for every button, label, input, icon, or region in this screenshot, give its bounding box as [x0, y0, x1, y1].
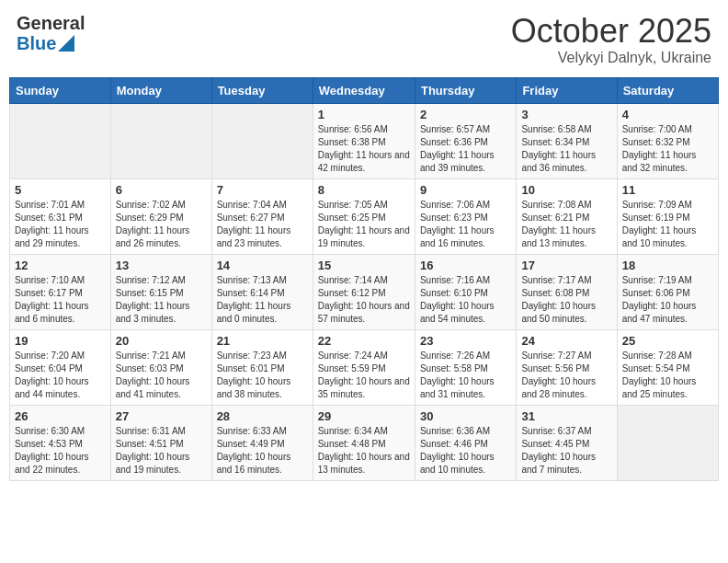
calendar-cell — [110, 103, 211, 178]
day-number: 15 — [318, 259, 410, 272]
location-title: Velykyi Dalnyk, Ukraine — [511, 50, 711, 66]
calendar-cell: 6Sunrise: 7:02 AM Sunset: 6:29 PM Daylig… — [110, 178, 211, 254]
logo-triangle-icon — [58, 35, 74, 52]
calendar-cell: 7Sunrise: 7:04 AM Sunset: 6:27 PM Daylig… — [211, 178, 313, 254]
day-number: 1 — [318, 108, 410, 121]
calendar-cell: 19Sunrise: 7:20 AM Sunset: 6:04 PM Dayli… — [10, 329, 111, 405]
calendar-cell: 2Sunrise: 6:57 AM Sunset: 6:36 PM Daylig… — [415, 103, 516, 178]
calendar-cell — [211, 103, 313, 178]
calendar-cell: 31Sunrise: 6:37 AM Sunset: 4:45 PM Dayli… — [517, 405, 617, 480]
calendar-cell: 17Sunrise: 7:17 AM Sunset: 6:08 PM Dayli… — [517, 254, 617, 329]
calendar-cell — [10, 103, 111, 178]
calendar-cell: 28Sunrise: 6:33 AM Sunset: 4:49 PM Dayli… — [211, 405, 313, 480]
svg-marker-0 — [58, 35, 74, 52]
calendar-cell: 24Sunrise: 7:27 AM Sunset: 5:56 PM Dayli… — [517, 329, 617, 405]
calendar-cell: 25Sunrise: 7:28 AM Sunset: 5:54 PM Dayli… — [617, 329, 718, 405]
day-number: 2 — [420, 108, 511, 121]
calendar-cell: 18Sunrise: 7:19 AM Sunset: 6:06 PM Dayli… — [617, 254, 718, 329]
day-info: Sunrise: 7:24 AM Sunset: 5:59 PM Dayligh… — [318, 350, 410, 401]
day-number: 23 — [420, 334, 511, 348]
day-info: Sunrise: 6:30 AM Sunset: 4:53 PM Dayligh… — [15, 425, 106, 477]
calendar-cell — [617, 405, 718, 480]
day-number: 4 — [622, 108, 713, 121]
day-number: 22 — [318, 334, 410, 348]
day-number: 9 — [420, 183, 511, 197]
day-number: 12 — [15, 259, 106, 272]
day-number: 6 — [116, 183, 207, 197]
day-info: Sunrise: 6:31 AM Sunset: 4:51 PM Dayligh… — [116, 425, 207, 477]
day-number: 28 — [217, 409, 308, 423]
day-info: Sunrise: 6:36 AM Sunset: 4:46 PM Dayligh… — [420, 425, 511, 477]
day-info: Sunrise: 6:57 AM Sunset: 6:36 PM Dayligh… — [420, 123, 511, 175]
calendar-week-row: 19Sunrise: 7:20 AM Sunset: 6:04 PM Dayli… — [10, 329, 719, 405]
calendar-cell: 29Sunrise: 6:34 AM Sunset: 4:48 PM Dayli… — [313, 405, 415, 480]
weekday-header-saturday: Saturday — [617, 77, 718, 103]
day-number: 27 — [116, 409, 207, 423]
calendar-cell: 16Sunrise: 7:16 AM Sunset: 6:10 PM Dayli… — [415, 254, 516, 329]
day-number: 8 — [318, 183, 410, 197]
calendar-cell: 30Sunrise: 6:36 AM Sunset: 4:46 PM Dayli… — [415, 405, 516, 480]
day-info: Sunrise: 6:34 AM Sunset: 4:48 PM Dayligh… — [318, 425, 410, 477]
calendar-cell: 20Sunrise: 7:21 AM Sunset: 6:03 PM Dayli… — [110, 329, 211, 405]
calendar-cell: 23Sunrise: 7:26 AM Sunset: 5:58 PM Dayli… — [415, 329, 516, 405]
calendar-cell: 1Sunrise: 6:56 AM Sunset: 6:38 PM Daylig… — [313, 103, 415, 178]
day-number: 11 — [622, 183, 713, 197]
day-info: Sunrise: 7:17 AM Sunset: 6:08 PM Dayligh… — [521, 274, 611, 326]
day-info: Sunrise: 6:58 AM Sunset: 6:34 PM Dayligh… — [521, 123, 611, 175]
weekday-header-monday: Monday — [110, 77, 211, 103]
day-number: 5 — [15, 183, 106, 197]
weekday-header-row: SundayMondayTuesdayWednesdayThursdayFrid… — [10, 77, 719, 103]
day-info: Sunrise: 7:08 AM Sunset: 6:21 PM Dayligh… — [521, 199, 611, 250]
weekday-header-sunday: Sunday — [10, 77, 111, 103]
weekday-header-thursday: Thursday — [415, 77, 516, 103]
day-info: Sunrise: 7:19 AM Sunset: 6:06 PM Dayligh… — [622, 274, 713, 326]
calendar-week-row: 1Sunrise: 6:56 AM Sunset: 6:38 PM Daylig… — [10, 103, 719, 178]
calendar-cell: 26Sunrise: 6:30 AM Sunset: 4:53 PM Dayli… — [10, 405, 111, 480]
calendar-table: SundayMondayTuesdayWednesdayThursdayFrid… — [9, 77, 719, 481]
month-title: October 2025 — [511, 13, 711, 50]
day-info: Sunrise: 7:13 AM Sunset: 6:14 PM Dayligh… — [217, 274, 308, 326]
calendar-week-row: 5Sunrise: 7:01 AM Sunset: 6:31 PM Daylig… — [10, 178, 719, 254]
day-info: Sunrise: 7:14 AM Sunset: 6:12 PM Dayligh… — [318, 274, 410, 326]
calendar-cell: 21Sunrise: 7:23 AM Sunset: 6:01 PM Dayli… — [211, 329, 313, 405]
calendar-week-row: 12Sunrise: 7:10 AM Sunset: 6:17 PM Dayli… — [10, 254, 719, 329]
day-info: Sunrise: 7:06 AM Sunset: 6:23 PM Dayligh… — [420, 199, 511, 250]
logo-general: General — [17, 13, 85, 33]
calendar-cell: 11Sunrise: 7:09 AM Sunset: 6:19 PM Dayli… — [617, 178, 718, 254]
calendar-cell: 4Sunrise: 7:00 AM Sunset: 6:32 PM Daylig… — [617, 103, 718, 178]
day-number: 29 — [318, 409, 410, 423]
day-info: Sunrise: 7:23 AM Sunset: 6:01 PM Dayligh… — [217, 350, 308, 401]
day-info: Sunrise: 7:26 AM Sunset: 5:58 PM Dayligh… — [420, 350, 511, 401]
day-info: Sunrise: 7:16 AM Sunset: 6:10 PM Dayligh… — [420, 274, 511, 326]
calendar-cell: 12Sunrise: 7:10 AM Sunset: 6:17 PM Dayli… — [10, 254, 111, 329]
day-number: 31 — [521, 409, 611, 423]
calendar-cell: 14Sunrise: 7:13 AM Sunset: 6:14 PM Dayli… — [211, 254, 313, 329]
day-info: Sunrise: 6:56 AM Sunset: 6:38 PM Dayligh… — [318, 123, 410, 175]
calendar-cell: 13Sunrise: 7:12 AM Sunset: 6:15 PM Dayli… — [110, 254, 211, 329]
day-info: Sunrise: 7:10 AM Sunset: 6:17 PM Dayligh… — [15, 274, 106, 326]
calendar-cell: 5Sunrise: 7:01 AM Sunset: 6:31 PM Daylig… — [10, 178, 111, 254]
weekday-header-tuesday: Tuesday — [211, 77, 313, 103]
calendar-cell: 22Sunrise: 7:24 AM Sunset: 5:59 PM Dayli… — [313, 329, 415, 405]
day-info: Sunrise: 7:05 AM Sunset: 6:25 PM Dayligh… — [318, 199, 410, 250]
calendar-week-row: 26Sunrise: 6:30 AM Sunset: 4:53 PM Dayli… — [10, 405, 719, 480]
day-number: 25 — [622, 334, 713, 348]
calendar-cell: 27Sunrise: 6:31 AM Sunset: 4:51 PM Dayli… — [110, 405, 211, 480]
day-info: Sunrise: 7:00 AM Sunset: 6:32 PM Dayligh… — [622, 123, 713, 175]
day-number: 13 — [116, 259, 207, 272]
day-number: 24 — [521, 334, 611, 348]
day-number: 16 — [420, 259, 511, 272]
day-info: Sunrise: 6:33 AM Sunset: 4:49 PM Dayligh… — [217, 425, 308, 477]
day-number: 14 — [217, 259, 308, 272]
day-info: Sunrise: 6:37 AM Sunset: 4:45 PM Dayligh… — [521, 425, 611, 477]
day-info: Sunrise: 7:27 AM Sunset: 5:56 PM Dayligh… — [521, 350, 611, 401]
calendar-cell: 3Sunrise: 6:58 AM Sunset: 6:34 PM Daylig… — [517, 103, 617, 178]
logo: General Blue — [17, 13, 85, 53]
day-info: Sunrise: 7:21 AM Sunset: 6:03 PM Dayligh… — [116, 350, 207, 401]
day-number: 17 — [521, 259, 611, 272]
weekday-header-wednesday: Wednesday — [313, 77, 415, 103]
day-info: Sunrise: 7:12 AM Sunset: 6:15 PM Dayligh… — [116, 274, 207, 326]
day-info: Sunrise: 7:02 AM Sunset: 6:29 PM Dayligh… — [116, 199, 207, 250]
day-number: 7 — [217, 183, 308, 197]
day-info: Sunrise: 7:28 AM Sunset: 5:54 PM Dayligh… — [622, 350, 713, 401]
